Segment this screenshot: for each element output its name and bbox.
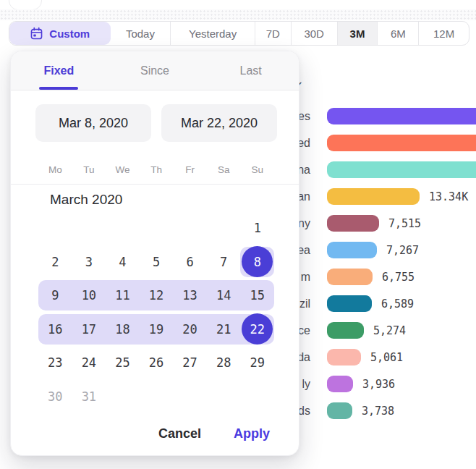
chart-bar[interactable] xyxy=(327,242,377,258)
day-cell-6[interactable]: 6 xyxy=(173,245,207,279)
calendar-week-row: 3031 xyxy=(38,380,274,414)
chart-category-label: ds xyxy=(298,405,310,418)
chart-bar[interactable] xyxy=(327,295,372,312)
range-button-30d[interactable]: 30D xyxy=(292,22,338,45)
tab-label: Fixed xyxy=(43,64,74,77)
end-date-input[interactable]: Mar 22, 2020 xyxy=(161,104,277,142)
day-cell-18[interactable]: 18 xyxy=(106,313,140,347)
chart-bar-value: 5,274 xyxy=(373,324,406,337)
weekday-label: Fr xyxy=(173,164,207,175)
day-cell-empty xyxy=(240,380,274,414)
range-button-7d[interactable]: 7D xyxy=(255,22,292,45)
day-cell-31[interactable]: 31 xyxy=(72,380,106,414)
date-range-popover: FixedSinceLast Mar 8, 2020 Mar 22, 2020 … xyxy=(10,51,299,456)
range-button-label: 6M xyxy=(391,28,406,40)
day-cell-26[interactable]: 26 xyxy=(140,346,174,380)
chart-category-label: zil xyxy=(299,297,310,310)
chart-bar-value: 6,755 xyxy=(382,271,415,284)
day-cell-8[interactable]: 8 xyxy=(240,245,274,279)
day-cell-3[interactable]: 3 xyxy=(72,245,106,279)
range-button-today[interactable]: Today xyxy=(111,22,171,45)
day-cell-empty xyxy=(72,211,106,245)
day-cell-24[interactable]: 24 xyxy=(72,346,106,380)
day-cell-10[interactable]: 10 xyxy=(72,279,106,313)
day-cell-9[interactable]: 9 xyxy=(38,279,72,313)
range-button-label: Yesterday xyxy=(189,28,237,40)
day-cell-20[interactable]: 20 xyxy=(173,313,207,347)
day-cell-empty xyxy=(173,380,207,414)
day-cell-29[interactable]: 29 xyxy=(240,346,274,380)
tab-last[interactable]: Last xyxy=(203,51,299,90)
day-cell-empty xyxy=(207,380,241,414)
month-title: March 2020 xyxy=(50,192,122,208)
range-button-label: 30D xyxy=(304,28,324,40)
day-cell-2[interactable]: 2 xyxy=(38,245,72,279)
start-date-input[interactable]: Mar 8, 2020 xyxy=(35,104,151,142)
chart-bar[interactable] xyxy=(327,376,353,392)
range-button-label: 3M xyxy=(350,28,365,40)
weekday-label: Sa xyxy=(207,164,241,175)
calendar-week-row: 2345678 xyxy=(38,245,274,279)
chart-bar-value: 3,936 xyxy=(362,378,395,391)
range-button-3m[interactable]: 3M xyxy=(338,22,378,45)
chart-bar[interactable] xyxy=(327,161,476,178)
chart-bar[interactable] xyxy=(327,269,373,285)
day-cell-14[interactable]: 14 xyxy=(207,279,241,313)
tab-since[interactable]: Since xyxy=(107,51,203,90)
day-cell-23[interactable]: 23 xyxy=(38,346,72,380)
chart-bar-value: 3,738 xyxy=(362,405,394,418)
calendar-grid: 1234567891011121314151617181920212223242… xyxy=(38,211,274,413)
chart-bar[interactable] xyxy=(327,402,352,419)
day-cell-19[interactable]: 19 xyxy=(140,313,174,347)
weekday-header: MoTuWeThFrSaSu xyxy=(38,164,274,175)
calendar-week-row: 1 xyxy=(38,211,274,245)
day-cell-27[interactable]: 27 xyxy=(173,346,207,380)
day-cell-16[interactable]: 16 xyxy=(38,313,72,347)
active-tab-underline xyxy=(39,87,78,90)
chart-category-label: m xyxy=(301,271,310,284)
chart-category-label: ce xyxy=(298,324,310,337)
day-cell-13[interactable]: 13 xyxy=(173,279,207,313)
calendar-week-row: 9101112131415 xyxy=(38,279,274,313)
tab-fixed[interactable]: Fixed xyxy=(11,51,107,90)
day-cell-4[interactable]: 4 xyxy=(106,245,140,279)
chart-bar[interactable] xyxy=(327,188,420,205)
day-cell-15[interactable]: 15 xyxy=(240,279,274,313)
cancel-button[interactable]: Cancel xyxy=(158,426,201,441)
day-cell-empty xyxy=(173,211,207,245)
chart-bar-value: 7,267 xyxy=(386,244,419,257)
day-cell-empty xyxy=(207,211,241,245)
divider xyxy=(11,184,299,185)
range-button-6m[interactable]: 6M xyxy=(378,22,419,45)
weekday-label: Su xyxy=(240,164,274,175)
chart-bar-value: 5,061 xyxy=(370,351,403,364)
day-cell-1[interactable]: 1 xyxy=(240,211,274,245)
day-cell-empty xyxy=(140,380,174,414)
day-cell-5[interactable]: 5 xyxy=(140,245,174,279)
weekday-label: We xyxy=(106,164,140,175)
chart-bar[interactable] xyxy=(327,135,476,151)
day-cell-28[interactable]: 28 xyxy=(207,346,241,380)
day-cell-21[interactable]: 21 xyxy=(207,313,241,347)
chart-category-label: ny xyxy=(298,217,310,230)
apply-button[interactable]: Apply xyxy=(234,426,270,441)
chart-bar[interactable] xyxy=(327,215,379,232)
calendar-icon xyxy=(30,27,43,41)
day-cell-25[interactable]: 25 xyxy=(106,346,140,380)
day-cell-12[interactable]: 12 xyxy=(140,279,174,313)
chart-bar[interactable] xyxy=(327,322,364,339)
selected-day-circle: 22 xyxy=(242,313,273,345)
day-cell-11[interactable]: 11 xyxy=(106,279,140,313)
chart-bar[interactable] xyxy=(327,108,476,124)
day-cell-7[interactable]: 7 xyxy=(207,245,241,279)
range-button-label: 7D xyxy=(266,28,280,40)
day-cell-30[interactable]: 30 xyxy=(38,380,72,414)
tab-label: Since xyxy=(140,64,169,77)
range-button-yesterday[interactable]: Yesterday xyxy=(171,22,255,45)
chart-bar[interactable] xyxy=(327,349,361,366)
day-cell-22[interactable]: 22 xyxy=(240,313,274,347)
range-button-custom[interactable]: Custom xyxy=(9,22,111,45)
range-button-12m[interactable]: 12M xyxy=(419,22,469,45)
tab-label: Last xyxy=(240,64,262,77)
day-cell-17[interactable]: 17 xyxy=(72,313,106,347)
